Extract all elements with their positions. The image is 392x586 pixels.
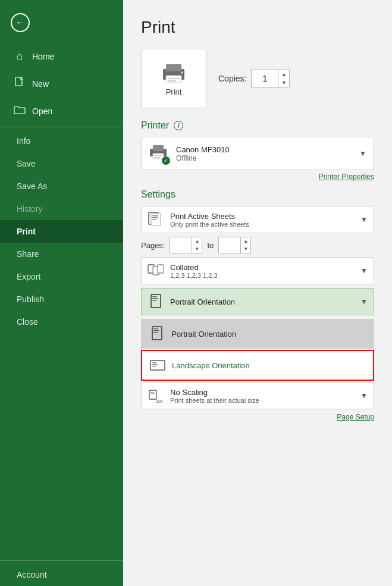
sidebar-item-save[interactable]: Save <box>0 152 123 175</box>
back-arrow-icon: ← <box>11 13 30 32</box>
svg-rect-2 <box>166 64 181 71</box>
svg-rect-30 <box>153 332 158 333</box>
pages-from-input[interactable] <box>170 237 192 253</box>
sidebar-item-share[interactable]: Share <box>0 243 123 265</box>
copies-spinners: ▲ ▼ <box>278 70 289 87</box>
page-setup-link[interactable]: Page Setup <box>141 413 374 421</box>
printer-selector[interactable]: ✓ Canon MF3010 Offline ▼ <box>141 137 374 170</box>
pages-from-input-wrap: ▲ ▼ <box>170 237 202 253</box>
pages-from-spinners: ▲ ▼ <box>192 237 202 253</box>
print-label: Print <box>17 227 36 236</box>
svg-rect-17 <box>152 215 158 217</box>
printer-section-heading: Printer i <box>141 120 374 131</box>
svg-rect-28 <box>153 328 158 330</box>
svg-rect-31 <box>150 361 165 370</box>
pages-label: Pages: <box>141 241 165 250</box>
sidebar-item-export[interactable]: Export <box>0 265 123 288</box>
svg-rect-26 <box>152 300 156 301</box>
printer-status-badge: ✓ <box>162 156 170 165</box>
pages-from-decrement[interactable]: ▼ <box>192 245 202 253</box>
svg-rect-37 <box>150 394 155 394</box>
svg-rect-32 <box>152 362 156 363</box>
sidebar-item-new[interactable]: New <box>0 70 123 98</box>
collated-dropdown[interactable]: Collated 1,2,3 1,2,3 1,2,3 ▼ <box>141 257 374 284</box>
page-title: Print <box>141 18 374 37</box>
new-icon <box>13 77 26 90</box>
scaling-title: No Scaling <box>170 388 355 397</box>
active-sheets-icon <box>148 211 164 228</box>
history-label: History <box>17 204 43 214</box>
print-active-sheets-text: Print Active Sheets Only print the activ… <box>170 212 355 228</box>
sidebar-item-save-as[interactable]: Save As <box>0 175 123 198</box>
share-label: Share <box>17 249 39 259</box>
svg-rect-33 <box>152 364 158 365</box>
portrait-orientation-option[interactable]: Portrait Orientation <box>141 319 374 349</box>
scaling-sub: Print sheets at their actual size <box>170 397 355 404</box>
svg-rect-19 <box>152 219 156 220</box>
settings-section-label: Settings <box>141 189 175 200</box>
print-button[interactable]: Print <box>141 49 206 108</box>
printer-properties-link[interactable]: Printer Properties <box>141 173 374 181</box>
printer-info-icon[interactable]: i <box>174 121 183 130</box>
publish-label: Publish <box>17 294 44 304</box>
copies-decrement-button[interactable]: ▼ <box>278 79 289 87</box>
open-icon <box>13 105 26 117</box>
svg-rect-18 <box>152 217 158 218</box>
sidebar-item-history[interactable]: History <box>0 198 123 220</box>
home-label: Home <box>32 52 54 61</box>
copies-increment-button[interactable]: ▲ <box>278 70 289 79</box>
printer-name: Canon MF3010 <box>176 145 352 154</box>
save-as-label: Save As <box>17 181 47 191</box>
copies-area: Copies: ▲ ▼ <box>218 70 290 87</box>
sidebar-item-info[interactable]: Info <box>0 130 123 152</box>
scaling-text: No Scaling Print sheets at their actual … <box>170 388 355 404</box>
orientation-dropdown-text: Portrait Orientation <box>170 297 355 306</box>
printer-dropdown-arrow: ▼ <box>359 149 366 158</box>
sidebar-item-home[interactable]: ⌂ Home <box>0 43 123 70</box>
landscape-option-label: Landscape Orientation <box>172 361 250 370</box>
save-label: Save <box>17 159 36 168</box>
nav-divider-top <box>0 127 123 127</box>
scaling-dropdown[interactable]: 100 No Scaling Print sheets at their act… <box>141 382 374 409</box>
pages-from-increment[interactable]: ▲ <box>192 237 202 245</box>
pages-to-label: to <box>207 241 214 250</box>
collated-text: Collated 1,2,3 1,2,3 1,2,3 <box>170 263 355 279</box>
svg-rect-24 <box>152 296 157 297</box>
print-active-sheets-title: Print Active Sheets <box>170 212 355 221</box>
landscape-orientation-option[interactable]: Landscape Orientation <box>141 350 374 381</box>
printer-icon <box>160 61 187 84</box>
export-label: Export <box>17 272 40 281</box>
account-label: Account <box>17 570 47 579</box>
sidebar-item-account[interactable]: Account <box>0 563 123 586</box>
copies-input[interactable] <box>252 70 278 87</box>
svg-rect-5 <box>168 80 176 82</box>
pages-to-input[interactable] <box>219 237 240 253</box>
sidebar-item-open[interactable]: Open <box>0 98 123 124</box>
sidebar-item-print[interactable]: Print <box>0 220 123 243</box>
print-action-area: Print Copies: ▲ ▼ <box>141 49 374 108</box>
close-label: Close <box>17 317 38 327</box>
svg-rect-8 <box>153 145 164 151</box>
open-label: Open <box>32 106 52 116</box>
pages-to-decrement[interactable]: ▼ <box>241 245 250 253</box>
sidebar-item-close[interactable]: Close <box>0 311 123 333</box>
settings-section-heading: Settings <box>141 189 374 200</box>
sidebar-item-publish[interactable]: Publish <box>0 288 123 311</box>
svg-rect-4 <box>168 78 180 79</box>
orientation-dropdown[interactable]: Portrait Orientation ▼ <box>141 288 374 315</box>
orientation-dropdown-title: Portrait Orientation <box>170 297 355 306</box>
copies-label: Copies: <box>218 74 246 83</box>
orientation-dropdown-icon <box>148 293 164 310</box>
svg-rect-35 <box>149 390 156 399</box>
back-button[interactable]: ← <box>0 0 123 43</box>
scaling-dropdown-arrow: ▼ <box>360 391 368 400</box>
printer-info: Canon MF3010 Offline <box>176 145 352 162</box>
collated-sub: 1,2,3 1,2,3 1,2,3 <box>170 272 355 279</box>
print-active-sheets-dropdown[interactable]: Print Active Sheets Only print the activ… <box>141 206 374 233</box>
scaling-icon: 100 <box>148 387 164 404</box>
pages-to-input-wrap: ▲ ▼ <box>218 237 251 253</box>
landscape-option-icon <box>149 357 166 374</box>
pages-to-increment[interactable]: ▲ <box>241 237 250 245</box>
svg-point-6 <box>181 71 183 74</box>
nav-divider-bottom <box>0 560 123 561</box>
